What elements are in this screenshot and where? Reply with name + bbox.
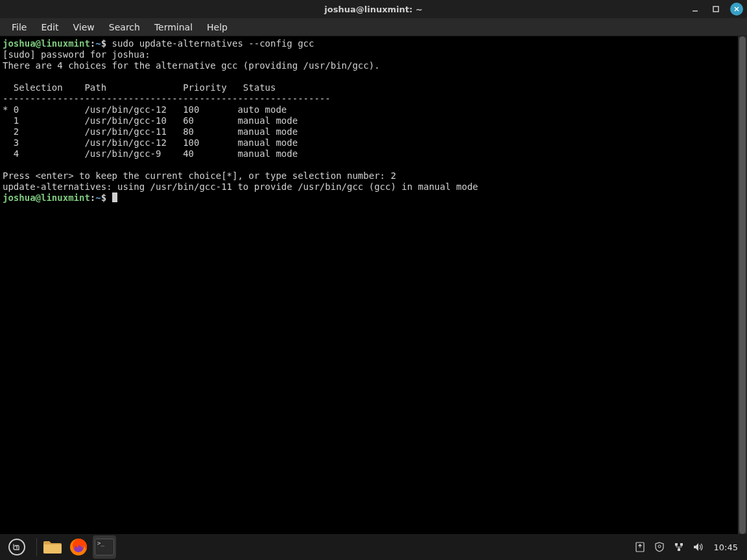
terminal-output[interactable]: joshua@linuxmint:~$ sudo update-alternat… [0,36,738,534]
out-row-0: * 0 /usr/bin/gcc-12 100 auto mode [3,104,287,115]
out-row-3: 3 /usr/bin/gcc-12 100 manual mode [3,137,298,148]
titlebar[interactable]: joshua@linuxmint: ~ [0,0,747,18]
svg-rect-8 [675,543,678,546]
terminal-window: joshua@linuxmint: ~ File Edit View Searc… [0,0,747,534]
menu-view[interactable]: View [67,19,101,35]
updates-tray-icon[interactable] [635,542,645,552]
menu-help[interactable]: Help [200,19,234,35]
taskbar: 10:45 [0,534,747,560]
out-sep: ----------------------------------------… [3,93,331,104]
out-press: Press <enter> to keep the current choice… [3,170,396,181]
out-sudo: [sudo] password for joshua: [3,49,156,60]
maximize-button[interactable] [709,3,722,16]
network-tray-icon[interactable] [674,542,684,552]
mint-logo-icon [8,539,25,555]
out-row-1: 1 /usr/bin/gcc-10 60 manual mode [3,115,298,126]
files-launcher[interactable] [41,535,64,559]
prompt-user-2: joshua@linuxmint [3,192,90,203]
window-title: joshua@linuxmint: ~ [0,5,747,14]
menu-search[interactable]: Search [102,19,147,35]
terminal-taskbar-item[interactable] [93,535,116,559]
out-header: Selection Path Priority Status [3,82,276,93]
folder-icon [43,539,62,555]
start-menu-button[interactable] [0,534,34,560]
prompt-dollar: $ [101,38,112,49]
menu-edit[interactable]: Edit [34,19,65,35]
shield-tray-icon[interactable] [654,542,665,552]
out-choices: There are 4 choices for the alternative … [3,60,380,71]
firefox-icon [69,537,88,557]
svg-rect-9 [680,543,683,546]
scrollbar[interactable] [738,36,747,534]
menu-terminal[interactable]: Terminal [148,19,199,35]
terminal-icon [95,539,114,555]
close-button[interactable] [730,3,743,16]
svg-point-7 [658,545,661,548]
out-result: update-alternatives: using /usr/bin/gcc-… [3,181,478,192]
scrollbar-thumb[interactable] [739,36,746,534]
out-row-2: 2 /usr/bin/gcc-11 80 manual mode [3,126,298,137]
clock[interactable]: 10:45 [714,542,738,552]
firefox-launcher[interactable] [67,535,90,559]
taskbar-separator [36,538,37,556]
svg-rect-1 [713,6,718,12]
cursor-icon [112,192,117,202]
svg-rect-10 [678,548,680,551]
window-controls [689,3,743,16]
minimize-button[interactable] [689,3,702,16]
terminal-area[interactable]: joshua@linuxmint:~$ sudo update-alternat… [0,36,747,534]
menubar: File Edit View Search Terminal Help [0,18,747,36]
system-tray: 10:45 [635,534,747,560]
prompt-path-2: ~ [95,192,101,203]
prompt-user: joshua@linuxmint [3,38,90,49]
menu-file[interactable]: File [5,19,33,35]
out-row-4: 4 /usr/bin/gcc-9 40 manual mode [3,148,298,159]
prompt-path: ~ [95,38,101,49]
volume-tray-icon[interactable] [693,542,705,552]
cmd-1: sudo update-alternatives --config gcc [112,38,314,49]
